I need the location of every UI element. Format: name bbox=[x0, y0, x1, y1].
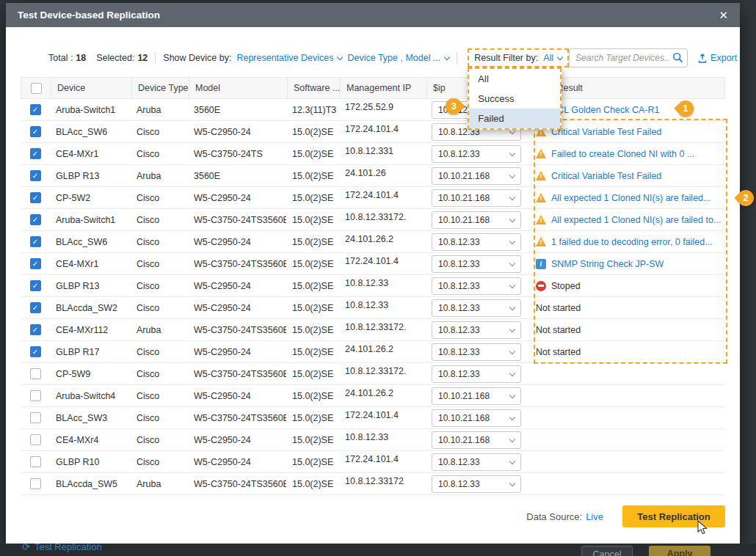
ip-select-cell: 10.8.12.33 bbox=[426, 319, 530, 340]
chevron-down-icon bbox=[509, 392, 515, 398]
row-checkbox[interactable]: ✓ bbox=[30, 302, 41, 313]
device-type: Cisco bbox=[131, 429, 188, 450]
dropdown-option-all[interactable]: All bbox=[469, 69, 560, 89]
chevron-down-icon bbox=[509, 238, 515, 244]
ip-select[interactable]: 10.8.12.33 bbox=[432, 145, 521, 163]
dropdown-option-failed[interactable]: Failed bbox=[469, 109, 560, 128]
test-result-text[interactable]: All expected 1 Cloned NI(s) are failed t… bbox=[551, 215, 721, 225]
ip-select[interactable]: 10.8.12.33 bbox=[432, 321, 521, 339]
ip-select[interactable]: 10.8.12.33 bbox=[432, 255, 521, 273]
test-result-text[interactable]: Critical Variable Test Failed bbox=[551, 171, 661, 181]
ip-select[interactable]: 10.10.21.168 bbox=[432, 189, 521, 207]
row-checkbox[interactable]: ✓ bbox=[30, 280, 41, 291]
row-checkbox[interactable] bbox=[30, 434, 41, 445]
ip-select[interactable]: 10.8.12.33 bbox=[432, 453, 521, 471]
ip-select-cell: 10.10.21.168 bbox=[426, 429, 530, 450]
row-checkbox[interactable] bbox=[30, 478, 41, 489]
ip-select[interactable]: 10.10.21.168 bbox=[432, 387, 521, 405]
row-checkbox[interactable]: ✓ bbox=[30, 346, 41, 357]
ip-select[interactable]: 10.8.12.33 bbox=[432, 475, 521, 493]
data-source-label: Data Source: bbox=[526, 511, 582, 522]
close-icon[interactable]: ✕ bbox=[719, 10, 728, 21]
row-select-cell: ✓ bbox=[21, 319, 50, 340]
row-select-cell: ✓ bbox=[21, 121, 50, 142]
ip-select[interactable]: 10.8.12.33 bbox=[432, 365, 521, 383]
management-ip: 10.8.12.33172. bbox=[339, 319, 426, 340]
ip-select[interactable]: 10.10.21.168 bbox=[432, 167, 521, 185]
export-button[interactable]: Export bbox=[698, 53, 737, 63]
table-row: ✓Aruba-Switch1CiscoW5-C3750-24TS3560E15.… bbox=[21, 209, 725, 231]
test-result-text[interactable]: Critical Variable Test Failed bbox=[551, 127, 661, 137]
device-model: W5-C3750-24TS3560E bbox=[188, 209, 286, 230]
management-ip: 24.101.26.2 bbox=[339, 385, 426, 406]
row-checkbox[interactable]: ✓ bbox=[30, 170, 41, 181]
device-model: W5-C3750-24TS3560E bbox=[188, 363, 286, 384]
row-checkbox[interactable] bbox=[30, 456, 41, 467]
ip-select[interactable]: 10.10.21.168 bbox=[432, 431, 521, 449]
result-filter-value[interactable]: All bbox=[543, 53, 562, 63]
software-version: 15.0(2)SE bbox=[286, 451, 339, 472]
row-checkbox[interactable]: ✓ bbox=[30, 214, 41, 225]
device-table-body: ✓Aruba-Switch1Aruba3560E12.3(11)T3172.25… bbox=[21, 99, 725, 495]
table-row: CP-5W9CiscoW5-C3750-24TS3560E15.0(2)SE10… bbox=[21, 363, 725, 385]
software-version: 15.0(2)SE bbox=[286, 253, 339, 274]
device-name: GLBP R17 bbox=[50, 341, 131, 362]
test-result-cell: Stoped bbox=[530, 275, 725, 296]
dropdown-option-success[interactable]: Success bbox=[469, 89, 560, 109]
ip-select[interactable]: 10.10.21.168 bbox=[432, 211, 521, 229]
row-checkbox[interactable]: ✓ bbox=[30, 126, 41, 137]
chevron-down-icon bbox=[444, 54, 450, 59]
row-select-cell bbox=[21, 407, 50, 428]
search-icon[interactable] bbox=[672, 52, 683, 63]
row-checkbox[interactable]: ✓ bbox=[30, 324, 41, 335]
row-checkbox[interactable]: ✓ bbox=[30, 236, 41, 247]
result-filter[interactable]: Result Filter by: All AllSuccessFailed 3 bbox=[468, 48, 569, 67]
header-device-type: Device Type bbox=[131, 78, 189, 98]
background-apply-button[interactable]: Apply bbox=[649, 546, 710, 556]
row-checkbox[interactable]: ✓ bbox=[30, 148, 41, 159]
test-result-text[interactable]: Failed to create Cloned NI with 0 ... bbox=[551, 149, 694, 159]
row-checkbox[interactable] bbox=[30, 390, 41, 401]
chevron-down-icon bbox=[509, 414, 515, 420]
test-result-text[interactable]: 1 failed due to decoding error, 0 failed… bbox=[551, 237, 713, 247]
test-result-text[interactable]: SNMP String Check JP-SW bbox=[551, 259, 664, 269]
warning-icon: ! bbox=[536, 171, 546, 181]
ip-select[interactable]: 10.8.12.33 bbox=[432, 233, 521, 251]
ip-select[interactable]: 10.10.21.168 bbox=[432, 409, 521, 427]
row-checkbox[interactable]: ✓ bbox=[30, 258, 41, 269]
row-checkbox[interactable] bbox=[30, 368, 41, 379]
ip-select[interactable]: 10.8.12.33 bbox=[432, 343, 521, 361]
ip-select[interactable]: 10.8.12.33 bbox=[432, 277, 521, 295]
result-filter-selected: All bbox=[543, 53, 553, 63]
modal-title: Test Device-based Replication bbox=[18, 10, 160, 21]
device-model: W5-C2950-24 bbox=[188, 341, 286, 362]
device-type: Aruba bbox=[131, 99, 188, 120]
device-type: Cisco bbox=[131, 187, 188, 208]
ip-select-cell: 10.8.12.33 bbox=[426, 253, 530, 274]
test-replication-button[interactable]: Test Replication bbox=[622, 505, 725, 527]
row-select-cell: ✓ bbox=[21, 187, 50, 208]
row-checkbox[interactable] bbox=[30, 412, 41, 423]
result-filter-label: Result Filter by: bbox=[474, 53, 538, 63]
test-result-cell bbox=[530, 451, 725, 472]
search-box[interactable] bbox=[569, 48, 688, 67]
test-result-text[interactable]: ACL Golden Check CA-R1 bbox=[551, 105, 660, 115]
background-test-replication-link[interactable]: ⟳ Test Replication bbox=[22, 544, 102, 552]
row-checkbox[interactable]: ✓ bbox=[30, 104, 41, 115]
ip-select[interactable]: 10.8.12.33 bbox=[432, 299, 521, 317]
annotation-badge-1: 1 bbox=[677, 100, 694, 117]
test-result-text[interactable]: All expected 1 Cloned NI(s) are failed..… bbox=[551, 193, 710, 203]
device-type-model-selector[interactable]: Device Type , Model ... bbox=[347, 53, 449, 63]
header-software: Software ... bbox=[287, 78, 340, 98]
test-result-cell: iSNMP String Check JP-SW bbox=[530, 253, 725, 274]
software-version: 12.3(11)T3 bbox=[286, 99, 339, 120]
show-device-selector[interactable]: Representative Devices bbox=[236, 53, 342, 63]
select-all-checkbox[interactable] bbox=[31, 83, 42, 94]
ip-select-value: 10.8.12.33 bbox=[438, 457, 480, 467]
chevron-down-icon bbox=[509, 260, 515, 266]
search-input[interactable] bbox=[569, 48, 688, 67]
row-checkbox[interactable]: ✓ bbox=[30, 192, 41, 203]
background-cancel-button[interactable]: Cancel bbox=[581, 546, 633, 556]
test-result-cell bbox=[530, 429, 725, 450]
data-source-value[interactable]: Live bbox=[586, 511, 603, 522]
